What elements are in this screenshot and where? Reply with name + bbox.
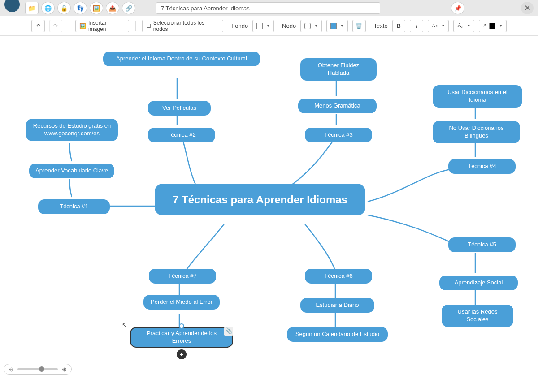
delete-button[interactable]: 🗑️	[352, 20, 366, 32]
zoom-out-icon[interactable]: ⊖	[8, 366, 15, 373]
zoom-control[interactable]: ⊖ ⊕	[4, 364, 72, 375]
node-border-picker[interactable]: ▼	[300, 20, 322, 32]
select-all-label: Seleccionar todos los nodos	[153, 20, 219, 32]
folder-open-icon[interactable]: 📁	[25, 2, 39, 14]
central-node[interactable]: 7 Técnicas para Aprender Idiomas	[155, 184, 365, 215]
node-tecnica-4[interactable]: Técnica #4	[448, 159, 516, 174]
node-t2-child-2[interactable]: Aprender el Idioma Dentro de su Contexto…	[103, 52, 260, 66]
zoom-slider[interactable]	[17, 368, 58, 370]
background-color-picker[interactable]: ▼	[252, 20, 274, 32]
node-t5-child-1[interactable]: Aprendizaje Social	[439, 276, 518, 290]
font-size-picker[interactable]: A↕▼	[428, 20, 449, 32]
node-t7-child-2-text: Practicar y Aprender de los Errores	[137, 330, 226, 345]
node-label: Nodo	[282, 22, 296, 29]
avatar[interactable]	[4, 0, 20, 12]
insert-image-button[interactable]: 🖼️Insertar imagen	[75, 20, 129, 32]
redo-button[interactable]: ↷	[49, 20, 63, 32]
background-label: Fondo	[231, 22, 248, 29]
zoom-in-icon[interactable]: ⊕	[61, 366, 68, 373]
footprint-icon[interactable]: 👣	[74, 2, 87, 14]
bold-button[interactable]: B	[392, 20, 406, 32]
node-t4-child-2[interactable]: Usar Diccionarios en el Idioma	[433, 85, 522, 108]
close-icon[interactable]: ✕	[521, 2, 534, 14]
undo-button[interactable]: ↶	[31, 20, 45, 32]
italic-button[interactable]: I	[410, 20, 423, 32]
mindmap-canvas[interactable]: 7 Técnicas para Aprender Idiomas Técnica…	[0, 36, 538, 376]
node-t6-child-1[interactable]: Estudiar a Diario	[300, 298, 374, 313]
node-t3-child-2[interactable]: Obtener Fluidez Hablada	[300, 58, 377, 81]
node-t7-child-1[interactable]: Perder el Miedo al Error	[143, 295, 220, 310]
pin-icon[interactable]: 📌	[451, 2, 464, 14]
insert-image-label: Insertar imagen	[88, 20, 125, 32]
node-tecnica-1[interactable]: Técnica #1	[38, 199, 110, 214]
unlock-icon[interactable]: 🔓	[57, 2, 71, 14]
text-label: Texto	[374, 22, 388, 29]
add-child-button[interactable]: +	[177, 349, 187, 359]
title-input[interactable]	[156, 2, 380, 14]
toolbar: ↶ ↷ 🖼️Insertar imagen ☐Seleccionar todos…	[0, 16, 538, 36]
node-tecnica-5[interactable]: Técnica #5	[448, 237, 516, 252]
node-t5-child-2[interactable]: Usar las Redes Sociales	[442, 305, 513, 327]
node-t3-child-1[interactable]: Menos Gramática	[298, 99, 377, 113]
node-t7-child-2-selected[interactable]: ↖ Practicar y Aprender de los Errores 📎 …	[130, 327, 233, 348]
font-family-picker[interactable]: Aa▼	[453, 20, 474, 32]
node-tecnica-2[interactable]: Técnica #2	[148, 128, 215, 142]
export-icon[interactable]: 📤	[106, 2, 119, 14]
text-color-picker[interactable]: A▼	[479, 20, 507, 32]
globe-icon[interactable]: 🌐	[41, 2, 55, 14]
zoom-thumb[interactable]	[39, 366, 44, 372]
node-t2-child-1[interactable]: Ver Películas	[148, 101, 211, 116]
node-tecnica-6[interactable]: Técnica #6	[305, 269, 372, 284]
resize-handle-icon[interactable]: ↖	[122, 322, 127, 329]
node-t6-child-2[interactable]: Seguir un Calendario de Estudio	[287, 327, 388, 342]
node-t1-child-2[interactable]: Recursos de Estudio gratis en www.goconq…	[26, 119, 118, 141]
select-all-button[interactable]: ☐Seleccionar todos los nodos	[142, 20, 223, 32]
attachment-icon[interactable]: 📎	[224, 327, 233, 336]
topbar: 📁 🌐 🔓 👣 🖼️ 📤 🔗 📌 ✕	[0, 0, 538, 16]
node-tecnica-3[interactable]: Técnica #3	[305, 128, 372, 142]
node-t4-child-1[interactable]: No Usar Diccionarios Bilingües	[433, 121, 520, 143]
connector-handle[interactable]	[179, 323, 184, 329]
node-t1-child-1[interactable]: Aprender Vocabulario Clave	[29, 164, 114, 178]
node-tecnica-7[interactable]: Técnica #7	[149, 269, 216, 284]
node-fill-picker[interactable]: ▼	[326, 20, 348, 32]
image-icon[interactable]: 🖼️	[90, 2, 103, 14]
link-icon[interactable]: 🔗	[122, 2, 135, 14]
